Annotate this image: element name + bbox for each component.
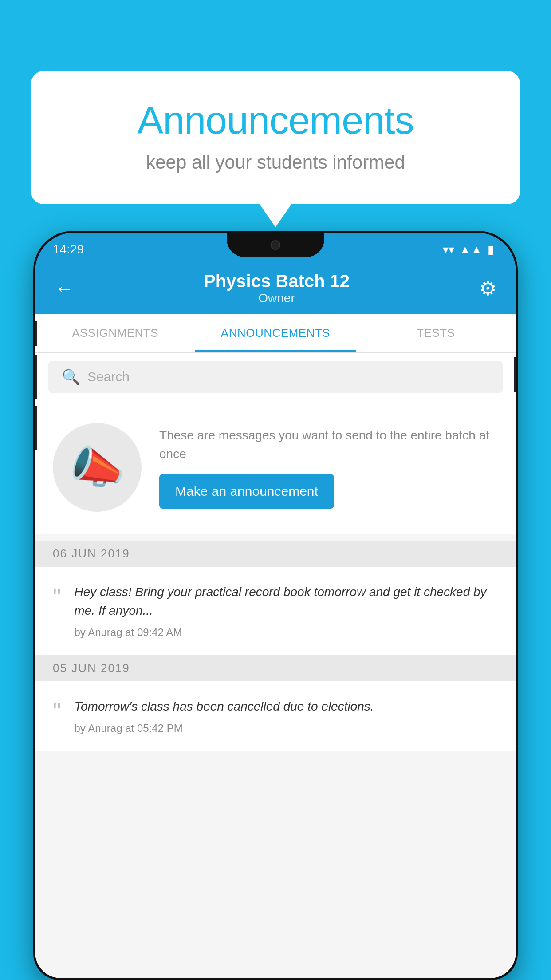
quote-icon-1: " [53,585,61,609]
screen-content: 🔍 Search 📣 These are messages you want t… [35,353,516,978]
megaphone-icon: 📣 [70,441,125,494]
promo-description: These are messages you want to send to t… [159,426,498,463]
make-announcement-button[interactable]: Make an announcement [159,474,334,509]
battery-icon: ▮ [488,243,494,257]
wifi-icon: ▾▾ [443,243,454,257]
announcement-meta-1: by Anurag at 09:42 AM [74,626,182,638]
date-separator-jun06: 06 JUN 2019 [35,541,516,567]
phone-notch [227,233,324,257]
app-bar: ← Physics Batch 12 Owner ⚙ [35,263,516,314]
camera-dot [271,240,280,250]
announcement-text-2: Tomorrow's class has been cancelled due … [74,697,498,716]
signal-icon: ▲▲ [460,243,482,257]
quote-icon-2: " [53,700,61,723]
tabs-bar: ASSIGNMENTS ANNOUNCEMENTS TESTS [35,314,516,353]
announcement-promo: 📣 These are messages you want to send to… [35,401,516,534]
tab-announcements[interactable]: ANNOUNCEMENTS [195,314,355,352]
announcement-text-1: Hey class! Bring your practical record b… [74,583,498,620]
volume-down-button [35,406,37,450]
volume-up-button [35,355,37,399]
status-time: 14:29 [53,242,84,257]
back-button[interactable]: ← [55,277,74,300]
announcement-content-1: Hey class! Bring your practical record b… [74,583,498,639]
announcement-meta-2: by Anurag at 05:42 PM [74,722,182,734]
search-bar[interactable]: 🔍 Search [48,361,503,393]
settings-icon[interactable]: ⚙ [479,277,496,300]
tab-assignments[interactable]: ASSIGNMENTS [35,314,195,352]
tab-tests[interactable]: TESTS [356,314,516,352]
promo-right: These are messages you want to send to t… [159,426,498,509]
batch-title: Physics Batch 12 [204,271,350,291]
power-button [514,357,516,392]
announcement-item-2[interactable]: " Tomorrow's class has been cancelled du… [35,681,516,751]
search-placeholder: Search [87,369,130,384]
announcement-item-1[interactable]: " Hey class! Bring your practical record… [35,567,516,655]
status-icons: ▾▾ ▲▲ ▮ [443,243,494,257]
phone-inner: 14:29 ▾▾ ▲▲ ▮ ← Physics Batch 12 Owner ⚙… [35,233,516,978]
batch-subtitle: Owner [204,291,350,305]
speech-bubble: Announcements keep all your students inf… [31,71,520,204]
phone-frame: 14:29 ▾▾ ▲▲ ▮ ← Physics Batch 12 Owner ⚙… [33,231,518,980]
megaphone-circle: 📣 [53,423,142,512]
date-separator-jun05: 05 JUN 2019 [35,655,516,681]
app-bar-center: Physics Batch 12 Owner [204,271,350,305]
bubble-title: Announcements [67,98,484,143]
bubble-subtitle: keep all your students informed [67,152,484,173]
search-icon: 🔍 [62,368,80,386]
announcement-content-2: Tomorrow's class has been cancelled due … [74,697,498,735]
search-bar-container: 🔍 Search [35,353,516,401]
speech-bubble-container: Announcements keep all your students inf… [31,71,520,204]
